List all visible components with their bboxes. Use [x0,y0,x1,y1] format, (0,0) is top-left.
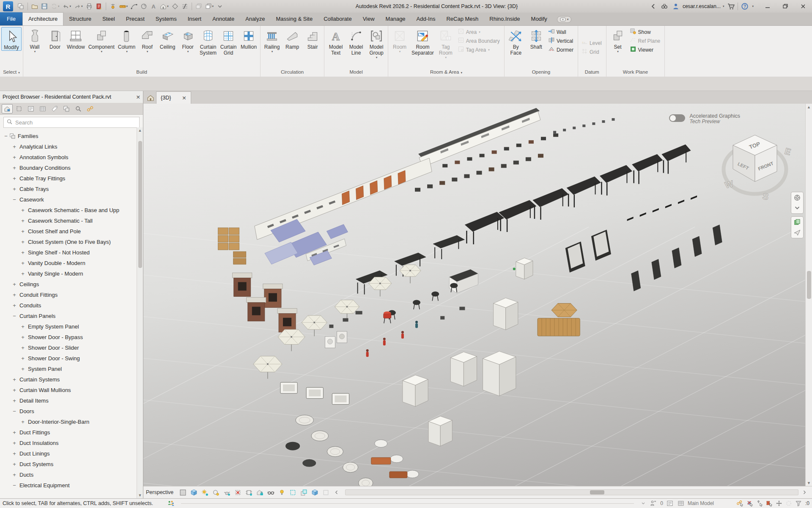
shaft-button[interactable]: Shaft [526,27,546,50]
dropdown-arrow-icon[interactable]: ▾ [126,50,128,53]
level-button[interactable]: Level [580,39,604,47]
room-button[interactable]: Room▾ [390,27,410,53]
by-face-button[interactable]: ByFace [506,27,526,56]
thin-lines-icon[interactable] [180,2,189,11]
open-icon[interactable] [30,2,39,11]
tree-item-duct-systems[interactable]: +Duct Systems [0,459,143,469]
customize-qat-icon[interactable] [215,2,225,11]
help-menu-chevron-icon[interactable]: ▾ [752,5,754,8]
project-browser-header[interactable]: Project Browser - Residential Content Pa… [0,91,143,103]
panel-label[interactable]: Room & Area ▾ [388,69,504,76]
room-separator-button[interactable]: RoomSeparator [410,27,436,56]
look-icon[interactable] [792,228,802,237]
collapse-infocenter-icon[interactable] [649,2,658,11]
link-icon[interactable] [85,104,96,113]
lighting-icon[interactable] [211,488,221,497]
drag-on-selection-icon[interactable] [775,500,783,507]
view-tab-3d[interactable]: {3D} ✕ [156,91,191,104]
worksets-dialog-icon[interactable] [666,500,674,507]
compass-south[interactable]: S [762,191,769,202]
expand-icon[interactable]: + [20,239,25,245]
curtain-system-button[interactable]: CurtainSystem [198,27,218,56]
hide-isolate-icon[interactable] [266,488,276,497]
expand-icon[interactable]: + [12,376,17,383]
expand-icon[interactable]: + [20,323,25,330]
unlocked-view-icon[interactable] [255,488,265,497]
select-pinned-icon[interactable] [755,500,764,507]
signed-in-user[interactable]: cesar.r.escalan... [683,3,721,9]
select-links-icon[interactable] [736,500,744,507]
reveal-hidden-icon[interactable] [277,488,287,497]
search-help-icon[interactable] [660,2,669,11]
component-button[interactable]: Component▾ [87,27,116,53]
expand-icon[interactable]: + [12,165,17,171]
print-icon[interactable] [85,2,94,11]
tree-item-door-interior-single-barn[interactable]: +Door-Interior-Single-Barn [0,417,143,427]
tree-item-ducts[interactable]: +Ducts [0,469,143,480]
tab-manage[interactable]: Manage [380,12,411,25]
expand-icon[interactable]: + [20,345,25,351]
sync-icon[interactable]: ▾ [49,2,61,11]
modify-button[interactable]: Modify [1,27,22,51]
model-line-button[interactable]: ModelLine [346,27,366,56]
expand-icon[interactable]: + [20,228,25,235]
worksets-dropdown-icon[interactable] [640,501,647,506]
dropdown-arrow-icon[interactable]: ▾ [272,50,273,53]
redo-icon[interactable]: ▾ [73,2,84,11]
restore-button[interactable] [776,0,794,13]
expand-icon[interactable]: + [12,429,17,436]
floor-button[interactable]: Floor▾ [178,27,198,53]
hscroll-thumb[interactable] [590,490,604,494]
scroll-up-icon[interactable]: ▲ [138,127,142,133]
wheel-menu-icon[interactable] [792,203,802,213]
pan-zoom-icon[interactable] [321,488,331,497]
tree-item-conduit-fittings[interactable]: +Conduit Fittings [0,290,143,300]
door-button[interactable]: Door [45,27,65,50]
ref-plane-button[interactable]: Ref Plane [629,36,663,45]
search-browser-icon[interactable] [73,104,84,113]
reveal-constraints-icon[interactable] [310,488,320,497]
tag-icon[interactable] [139,2,148,11]
tree-item-curtain-wall-mullions[interactable]: +Curtain Wall Mullions [0,385,143,395]
measure-icon[interactable]: ▾ [118,2,129,11]
tree-item-analytical-links[interactable]: +Analytical Links [0,141,143,152]
expand-icon[interactable]: + [20,355,25,362]
tab-massing-site[interactable]: Massing & Site [270,12,318,25]
vscroll-down-icon[interactable]: ▼ [807,480,811,486]
dimension-icon[interactable] [129,2,139,11]
expand-icon[interactable]: + [20,260,25,266]
viewport-3d[interactable]: Accelerated Graphics Tech Preview W S E … [143,104,812,486]
collapse-icon[interactable]: − [12,408,17,414]
view-cube[interactable]: W S E TOP LEFT FRONT [715,126,795,206]
expand-icon[interactable]: + [20,419,25,425]
ceiling-button[interactable]: Ceiling [157,27,178,50]
visual-style-icon[interactable] [189,488,199,497]
tab-add-ins[interactable]: Add-Ins [411,12,441,25]
views-icon[interactable] [2,104,13,113]
tree-item-boundary-conditions[interactable]: +Boundary Conditions [0,163,143,173]
detail-level-icon[interactable] [178,488,188,497]
editing-requests-icon[interactable] [649,500,658,507]
close-inactive-icon[interactable] [194,2,203,11]
tree-item-casework-schematic-base-and-upp[interactable]: +Casework Schematic - Base and Upp [0,205,143,215]
tree-item-curtain-panels[interactable]: −Curtain Panels [0,311,143,321]
tag-browser-icon[interactable] [49,104,60,113]
tree-item-ceilings[interactable]: +Ceilings [0,279,143,290]
sheet-icon[interactable] [61,104,72,113]
schedule-icon[interactable] [37,104,48,113]
column-button[interactable]: Column▾ [116,27,137,53]
tab-view[interactable]: View [357,12,380,25]
tab-precast[interactable]: Precast [121,12,150,25]
compass-east[interactable]: E [784,146,792,157]
ribbon-display-toggle[interactable]: ▾ [557,16,572,23]
expand-icon[interactable]: + [20,249,25,256]
roof-button[interactable]: Roof▾ [137,27,157,53]
tree-item-closet-system-one-to-five-bays-[interactable]: +Closet System (One to Five Bays) [0,237,143,247]
perspective-label[interactable]: Perspective [146,489,173,495]
view-tab-close-icon[interactable]: ✕ [182,95,186,101]
revit-logo[interactable]: R [2,0,16,12]
switch-windows-icon[interactable]: ▾ [204,2,215,11]
accelerated-graphics-toggle[interactable]: Accelerated Graphics Tech Preview [669,113,740,124]
default-3d-view-icon[interactable]: ▾ [159,2,170,11]
file-tabs-icon[interactable] [16,2,25,11]
